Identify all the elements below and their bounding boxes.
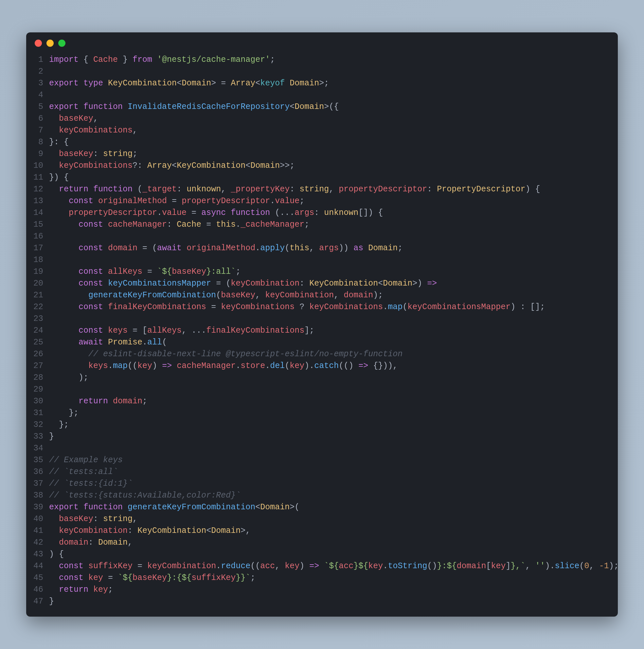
code-line: const originalMethod = propertyDescripto… xyxy=(49,195,618,207)
code-line: baseKey, xyxy=(49,113,618,125)
line-number: 33 xyxy=(33,431,43,443)
line-number-gutter: 1234567891011121314151617181920212223242… xyxy=(26,54,49,607)
code-line: const key = `${baseKey}:{${suffixKey}}`; xyxy=(49,572,618,584)
code-line: propertyDescriptor.value = async functio… xyxy=(49,207,618,219)
code-line xyxy=(49,89,618,101)
code-line xyxy=(49,66,618,78)
line-number: 45 xyxy=(33,572,43,584)
line-number: 47 xyxy=(33,596,43,607)
line-number: 34 xyxy=(33,443,43,455)
line-number: 36 xyxy=(33,466,43,478)
line-number: 7 xyxy=(33,125,43,136)
code-line: baseKey: string, xyxy=(49,513,618,525)
code-line: keyCombinations, xyxy=(49,125,618,136)
window-titlebar xyxy=(26,32,618,50)
line-number: 40 xyxy=(33,513,43,525)
code-line: return domain; xyxy=(49,395,618,407)
line-number: 39 xyxy=(33,502,43,513)
code-line xyxy=(49,231,618,243)
line-number: 23 xyxy=(33,313,43,325)
code-line: } xyxy=(49,431,618,443)
line-number: 19 xyxy=(33,266,43,278)
line-number: 3 xyxy=(33,78,43,89)
code-line: const domain = (await originalMethod.app… xyxy=(49,243,618,254)
line-number: 32 xyxy=(33,419,43,431)
line-number: 37 xyxy=(33,478,43,490)
line-number: 2 xyxy=(33,66,43,78)
line-number: 27 xyxy=(33,360,43,372)
code-line xyxy=(49,254,618,266)
code-line: domain: Domain, xyxy=(49,537,618,549)
code-editor-window: 1234567891011121314151617181920212223242… xyxy=(26,32,618,617)
code-line: }; xyxy=(49,419,618,431)
line-number: 17 xyxy=(33,243,43,254)
code-line: const suffixKey = keyCombination.reduce(… xyxy=(49,560,618,572)
code-line xyxy=(49,443,618,455)
line-number: 41 xyxy=(33,525,43,537)
code-line: return key; xyxy=(49,584,618,596)
line-number: 20 xyxy=(33,278,43,290)
code-line: export function generateKeyFromCombinati… xyxy=(49,502,618,513)
code-line: keyCombinations?: Array<KeyCombination<D… xyxy=(49,160,618,172)
line-number: 14 xyxy=(33,207,43,219)
code-line: }: { xyxy=(49,136,618,148)
code-line: return function (_target: unknown, _prop… xyxy=(49,183,618,195)
code-line: export type KeyCombination<Domain> = Arr… xyxy=(49,78,618,89)
line-number: 24 xyxy=(33,325,43,337)
code-line: import { Cache } from '@nestjs/cache-man… xyxy=(49,54,618,66)
code-line: const keyCombinationsMapper = (keyCombin… xyxy=(49,278,618,290)
line-number: 4 xyxy=(33,89,43,101)
line-number: 1 xyxy=(33,54,43,66)
line-number: 15 xyxy=(33,219,43,231)
line-number: 11 xyxy=(33,172,43,183)
code-line: keyCombination: KeyCombination<Domain>, xyxy=(49,525,618,537)
code-line: generateKeyFromCombination(baseKey, keyC… xyxy=(49,290,618,301)
line-number: 16 xyxy=(33,231,43,243)
code-line xyxy=(49,313,618,325)
code-area: 1234567891011121314151617181920212223242… xyxy=(26,50,618,617)
code-line: }) { xyxy=(49,172,618,183)
line-number: 43 xyxy=(33,549,43,560)
code-line: const cacheManager: Cache = this._cacheM… xyxy=(49,219,618,231)
code-line: // `tests:all` xyxy=(49,466,618,478)
line-number: 26 xyxy=(33,348,43,360)
line-number: 31 xyxy=(33,407,43,419)
code-line: } xyxy=(49,596,618,607)
line-number: 21 xyxy=(33,290,43,301)
code-line: // `tests:{id:1}` xyxy=(49,478,618,490)
code-line: keys.map((key) => cacheManager.store.del… xyxy=(49,360,618,372)
line-number: 10 xyxy=(33,160,43,172)
code-line: const finalKeyCombinations = keyCombinat… xyxy=(49,301,618,313)
line-number: 9 xyxy=(33,148,43,160)
line-number: 18 xyxy=(33,254,43,266)
maximize-icon[interactable] xyxy=(58,40,66,47)
line-number: 38 xyxy=(33,490,43,502)
line-number: 44 xyxy=(33,560,43,572)
code-line: ) { xyxy=(49,549,618,560)
code-line: const keys = [allKeys, ...finalKeyCombin… xyxy=(49,325,618,337)
line-number: 12 xyxy=(33,183,43,195)
close-icon[interactable] xyxy=(35,40,42,47)
code-line: baseKey: string; xyxy=(49,148,618,160)
line-number: 13 xyxy=(33,195,43,207)
code-line: ); xyxy=(49,372,618,384)
minimize-icon[interactable] xyxy=(46,40,54,47)
line-number: 42 xyxy=(33,537,43,549)
code-line xyxy=(49,384,618,395)
line-number: 22 xyxy=(33,301,43,313)
code-line: await Promise.all( xyxy=(49,337,618,348)
line-number: 25 xyxy=(33,337,43,348)
code-line: export function InvalidateRedisCacheForR… xyxy=(49,101,618,113)
code-content[interactable]: import { Cache } from '@nestjs/cache-man… xyxy=(49,54,618,607)
code-line: }; xyxy=(49,407,618,419)
line-number: 46 xyxy=(33,584,43,596)
line-number: 29 xyxy=(33,384,43,395)
code-line: // eslint-disable-next-line @typescript-… xyxy=(49,348,618,360)
code-line: // Example keys xyxy=(49,455,618,466)
line-number: 5 xyxy=(33,101,43,113)
line-number: 28 xyxy=(33,372,43,384)
code-line: // `tests:{status:Available,color:Red}` xyxy=(49,490,618,502)
line-number: 6 xyxy=(33,113,43,125)
code-line: const allKeys = `${baseKey}:all`; xyxy=(49,266,618,278)
line-number: 35 xyxy=(33,455,43,466)
